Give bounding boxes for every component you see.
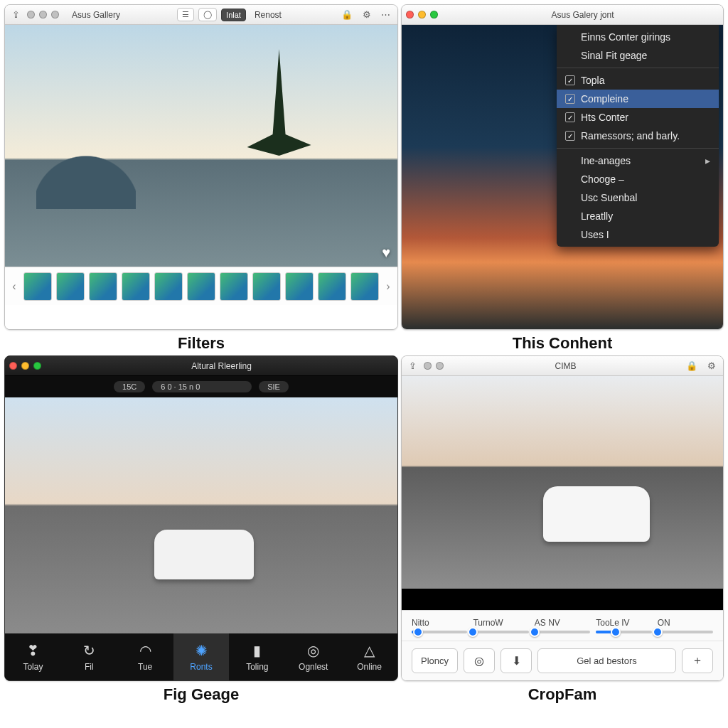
- menu-label: Ramessors; and barly.: [581, 130, 680, 141]
- thumbnail[interactable]: [285, 272, 314, 301]
- favorite-icon[interactable]: ♥: [382, 245, 390, 261]
- btn-ploncy[interactable]: Ploncy: [412, 648, 458, 673]
- tool-tabs: ❣Tolay ↻Fil ◠Tue ✺Ronts ▮Toling ◎Ognlest…: [5, 633, 397, 680]
- arc-icon: ◠: [139, 642, 151, 659]
- traffic-close[interactable]: [406, 11, 414, 18]
- traffic-min[interactable]: [21, 362, 29, 370]
- slider-turnow[interactable]: TurnoW: [473, 618, 528, 633]
- context-menu: Einns Conter girings Sinal Fit geage ✓To…: [557, 25, 719, 247]
- tab-ronts[interactable]: ✺Ronts: [173, 633, 230, 680]
- tab-toling[interactable]: ▮Toling: [229, 633, 285, 680]
- info-bar: 15C 6 0 · 15 n 0 SIE: [5, 376, 397, 397]
- menu-item[interactable]: Chooge –: [557, 170, 719, 188]
- menu-label: Ine-anages: [581, 155, 631, 166]
- traffic-close[interactable]: [27, 11, 35, 18]
- window-title: CIMB: [555, 361, 577, 371]
- titlebar: ⇪ CIMB 🔒 ⚙︎: [402, 356, 723, 376]
- info-readout: 6 0 · 15 n 0: [152, 381, 252, 392]
- menu-separator: [557, 68, 719, 68]
- dial-icon[interactable]: ◎: [464, 648, 495, 673]
- traffic-min[interactable]: [418, 11, 426, 18]
- slider-on[interactable]: ON: [658, 618, 713, 633]
- slider-asnv[interactable]: AS NV: [535, 618, 590, 633]
- thumbnail[interactable]: [89, 272, 117, 301]
- traffic-min[interactable]: [436, 362, 444, 370]
- main-image-area: ♥ ‹ ›: [5, 25, 397, 329]
- editor-image[interactable]: [5, 397, 397, 633]
- titlebar: Altural Rleerling: [5, 356, 397, 376]
- share-icon[interactable]: ⇪: [9, 9, 23, 20]
- wand-icon: ❣: [27, 642, 39, 659]
- share-icon[interactable]: ⇪: [406, 360, 419, 371]
- panel-fig-geage: Altural Rleerling 15C 6 0 · 15 n 0 SIE ❣…: [4, 355, 398, 704]
- tab-tue[interactable]: ◠Tue: [117, 633, 173, 680]
- menu-item[interactable]: Sinal Fit geage: [557, 46, 719, 65]
- thumbnail[interactable]: [350, 272, 379, 301]
- menu-item[interactable]: Uses I: [557, 225, 719, 244]
- tab-label: Ronts: [190, 662, 212, 672]
- main-image[interactable]: ♥: [5, 25, 397, 267]
- editor-image[interactable]: [402, 376, 723, 589]
- btn-gel-ad-bestors[interactable]: Gel ad bestors: [537, 648, 676, 673]
- panel-filters: ⇪ Asus Gallery ☰ ◯ Inlat Renost 🔒 ⚙︎ ⋯ ♥…: [4, 4, 398, 353]
- lock-icon[interactable]: 🔒: [683, 360, 700, 371]
- thumbnail[interactable]: [122, 272, 150, 301]
- settings-icon[interactable]: ⚙︎: [360, 9, 374, 20]
- tab-label: Fil: [85, 662, 94, 672]
- traffic-close[interactable]: [9, 362, 17, 370]
- tab-tolay[interactable]: ❣Tolay: [5, 633, 61, 680]
- thumbnail[interactable]: [154, 272, 183, 301]
- thumbs-next[interactable]: ›: [383, 280, 393, 293]
- slider-nitto[interactable]: Nitto: [412, 618, 467, 633]
- traffic-lights: [9, 362, 41, 370]
- panel-conhent: Asus Galery jont Einns Conter girings Si…: [401, 4, 724, 353]
- traffic-min[interactable]: [39, 11, 47, 18]
- menu-item-submenu[interactable]: Ine-anages▸: [557, 151, 719, 170]
- menu-label: Einns Conter girings: [581, 31, 670, 43]
- tool-renost[interactable]: Renost: [255, 10, 282, 20]
- thumbnail[interactable]: [220, 272, 248, 301]
- menu-label: Hts Conter: [581, 112, 628, 123]
- download-icon[interactable]: ⬇︎: [500, 648, 532, 673]
- panel-caption: This Conhent: [513, 334, 613, 353]
- plus-icon[interactable]: ＋: [682, 648, 713, 673]
- slider-toole[interactable]: TooLe IV: [596, 618, 651, 633]
- traffic-max[interactable]: [51, 11, 59, 18]
- tool-group-b[interactable]: ◯: [198, 8, 217, 21]
- traffic-close[interactable]: [424, 362, 432, 370]
- window-title: Asus Galery jont: [551, 10, 614, 20]
- thumbnail[interactable]: [318, 272, 346, 301]
- tab-fil[interactable]: ↻Fil: [61, 633, 117, 680]
- titlebar: Asus Galery jont: [402, 5, 723, 25]
- thumbnail[interactable]: [23, 272, 52, 301]
- tab-ognlest[interactable]: ◎Ognlest: [285, 633, 341, 680]
- menu-item[interactable]: ✓Ramessors; and barly.: [557, 127, 719, 145]
- panel-caption: CropFam: [528, 685, 597, 704]
- menu-item[interactable]: Einns Conter girings: [557, 28, 719, 46]
- lock-icon[interactable]: 🔒: [338, 9, 355, 20]
- thumbnail[interactable]: [187, 272, 215, 301]
- menu-item-selected[interactable]: ✓Compleine: [557, 90, 719, 108]
- tool-group-a[interactable]: ☰: [177, 8, 194, 21]
- refresh-icon: ↻: [83, 642, 95, 659]
- traffic-max[interactable]: [33, 362, 41, 370]
- menu-label: Lreatlly: [581, 210, 613, 222]
- menu-separator: [557, 148, 719, 149]
- tab-online[interactable]: △Online: [341, 633, 397, 680]
- thumbnail[interactable]: [252, 272, 281, 301]
- settings-icon[interactable]: ⚙︎: [705, 360, 719, 371]
- panel-caption: Fig Geage: [164, 685, 239, 704]
- traffic-max[interactable]: [430, 11, 438, 18]
- window-title: Altural Rleerling: [191, 361, 252, 371]
- traffic-lights: [27, 11, 59, 18]
- menu-item[interactable]: Usc Suenbal: [557, 188, 719, 207]
- thumbnail[interactable]: [56, 272, 85, 301]
- info-right: SIE: [259, 381, 289, 392]
- menu-item[interactable]: Lreatlly: [557, 207, 719, 225]
- more-icon[interactable]: ⋯: [378, 9, 393, 20]
- tool-inlat[interactable]: Inlat: [221, 9, 246, 21]
- thumbs-prev[interactable]: ‹: [9, 280, 19, 293]
- menu-item[interactable]: ✓Topla: [557, 71, 719, 90]
- slider-label: Nitto: [412, 618, 467, 628]
- menu-item[interactable]: ✓Hts Conter: [557, 108, 719, 127]
